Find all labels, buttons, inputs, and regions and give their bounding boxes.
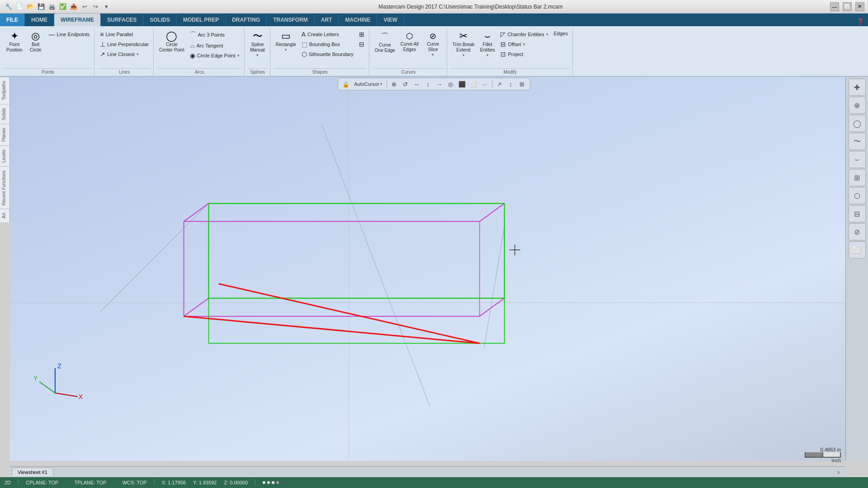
tab-file[interactable]: FILE xyxy=(0,14,25,26)
maximize-btn[interactable]: ⬜ xyxy=(843,2,852,11)
viewport[interactable]: Z Y X xyxy=(10,77,845,461)
sb-cplane[interactable]: CPLANE: TOP xyxy=(26,480,58,485)
point-position-btn[interactable]: ✦ PointPosition xyxy=(5,30,24,54)
line-parallel-btn[interactable]: ≡ Line Parallel xyxy=(98,30,151,39)
minimize-btn[interactable]: — xyxy=(830,2,839,11)
rp-fillet-btn[interactable]: ⌣ xyxy=(849,151,866,168)
tab-machine[interactable]: MACHINE xyxy=(339,14,377,26)
ribbon-group-shapes: ▭ Rectangle ▾ A Create Letters ⬚ Boundin… xyxy=(271,28,369,76)
tab-solids[interactable]: SOLIDS xyxy=(143,14,177,26)
art-tab[interactable]: Art xyxy=(0,209,9,222)
new-btn[interactable]: 📄 xyxy=(14,2,24,12)
curve-one-edge-btn[interactable]: ⌒ CurveOne Edge xyxy=(373,30,397,55)
mirror-v-btn[interactable]: ↕ xyxy=(423,79,433,89)
fillet-entities-btn[interactable]: ⌣ FilletEntities ▾ xyxy=(478,30,497,59)
curve-slice-btn[interactable]: ⊘ CurveSlice ▾ xyxy=(422,30,444,58)
curve-all-edges-btn[interactable]: ⬡ Curve AllEdges xyxy=(399,30,420,54)
select-btn[interactable]: ↗ xyxy=(495,79,505,89)
snap-btn[interactable]: ⊕ xyxy=(389,79,399,89)
resize-btn[interactable]: ↕ xyxy=(506,79,516,89)
more-btn[interactable]: ▾ xyxy=(101,2,111,12)
close-btn[interactable]: ✕ xyxy=(855,2,864,11)
frame-btn[interactable]: ⬜ xyxy=(468,79,478,89)
rotate-btn[interactable]: ↺ xyxy=(401,79,410,89)
toolpaths-tab[interactable]: Toolpaths xyxy=(0,77,9,104)
circle-center-point-btn[interactable]: ◯ CircleCenter Point xyxy=(157,30,186,54)
tab-drafting[interactable]: DRAFTING xyxy=(226,14,267,26)
sb-tplane[interactable]: TPLANE: TOP xyxy=(74,480,106,485)
bounding-box-btn[interactable]: ⬚ Bounding Box xyxy=(300,40,355,49)
trim-break-extend-btn[interactable]: ✂ Trim BreakExtend ▾ xyxy=(451,30,476,59)
solids-tab[interactable]: Solids xyxy=(0,104,9,124)
circle-edge-point-btn[interactable]: ◉ Circle Edge Point ▾ xyxy=(188,51,241,60)
verify-btn[interactable]: ✅ xyxy=(58,2,68,12)
rp-hex-btn[interactable]: ⬡ xyxy=(849,187,866,204)
rp-offset-btn[interactable]: ⊟ xyxy=(849,205,866,222)
rp-wave-btn[interactable]: 〜 xyxy=(849,133,866,150)
target-btn[interactable]: ◎ xyxy=(446,79,456,89)
curve-slice-icon: ⊘ xyxy=(429,31,436,41)
create-letters-btn[interactable]: A Create Letters xyxy=(300,30,355,39)
sb-wcs[interactable]: WCS: TOP xyxy=(123,480,147,485)
rp-add-btn[interactable]: ✚ xyxy=(849,79,866,96)
open-btn[interactable]: 📂 xyxy=(25,2,35,12)
line-perpendicular-btn[interactable]: ⊥ Line Perpendicular xyxy=(98,40,151,49)
chamfer-entities-btn[interactable]: ◸ Chamfer Entities ▾ xyxy=(499,30,550,39)
tab-scroll-btn[interactable]: › xyxy=(834,467,844,477)
save-btn[interactable]: 💾 xyxy=(36,2,46,12)
rp-slice-btn[interactable]: ⊘ xyxy=(849,223,866,240)
undo-btn[interactable]: ↩ xyxy=(80,2,90,12)
scale-bar xyxy=(805,452,841,458)
shapes-extra-btn2[interactable]: ⊟ xyxy=(357,40,366,49)
shapes-extra-icon2: ⊟ xyxy=(359,41,364,48)
redo-btn[interactable]: ↪ xyxy=(90,2,100,12)
rp-grid-btn[interactable]: ⊞ xyxy=(849,169,866,186)
tab-transform[interactable]: TRANSFORM xyxy=(267,14,315,26)
shapes-extra-btn1[interactable]: ⊞ xyxy=(357,30,366,39)
recent-functions-tab[interactable]: Recent Functions xyxy=(0,166,9,209)
edges-btn[interactable]: Edges xyxy=(552,30,570,37)
line-perpendicular-icon: ⊥ xyxy=(100,41,105,48)
rectangle-btn[interactable]: ▭ Rectangle ▾ xyxy=(274,30,298,53)
help-btn[interactable]: ❓ xyxy=(855,16,865,26)
3d-scene-svg: Z Y X xyxy=(10,77,845,461)
autocursor-arrow: ▾ xyxy=(380,82,382,86)
planes-tab[interactable]: Planes xyxy=(0,124,9,145)
arc-3points-btn[interactable]: ⌒ Arc 3 Points xyxy=(188,30,241,40)
mirror-h-btn[interactable]: ↔ xyxy=(412,79,422,89)
arc-tangent-btn[interactable]: ⌓ Arc Tangent xyxy=(188,41,241,50)
tab-art[interactable]: ART xyxy=(315,14,339,26)
line-endpoints-icon: — xyxy=(49,31,55,38)
project-btn[interactable]: ⊡ Project xyxy=(499,50,550,59)
spline-arrow: ▾ xyxy=(256,53,259,57)
svg-line-21 xyxy=(184,316,480,343)
tab-home[interactable]: HOME xyxy=(25,14,54,26)
fill-btn[interactable]: ⬛ xyxy=(457,79,467,89)
svg-text:X: X xyxy=(79,393,83,400)
tab-surfaces[interactable]: SURFACES xyxy=(101,14,143,26)
rp-plus-btn[interactable]: ⊕ xyxy=(849,97,866,114)
points-buttons: ✦ PointPosition ◎ BoltCircle — Line Endp… xyxy=(5,29,91,68)
tab-view[interactable]: VIEW xyxy=(377,14,404,26)
lock-btn[interactable]: 🔒 xyxy=(341,79,351,89)
arrow-right-btn[interactable]: → xyxy=(434,79,444,89)
grid-btn[interactable]: ⊞ xyxy=(517,79,527,89)
line-endpoints-btn[interactable]: — Line Endpoints xyxy=(47,30,92,39)
viewsheet-tab[interactable]: Viewsheet #1 xyxy=(12,468,53,476)
splines-label: Splines xyxy=(248,68,267,76)
rp-circle-btn[interactable]: ◯ xyxy=(849,115,866,132)
levels-tab[interactable]: Levels xyxy=(0,145,9,166)
tab-wireframe[interactable]: WIREFRAME xyxy=(54,14,101,26)
autocursor-dropdown[interactable]: AutoCursor ▾ xyxy=(352,80,384,88)
line-closest-btn[interactable]: ↗ Line Closest ▾ xyxy=(98,50,151,59)
offset-btn[interactable]: ⊟ Offset ▾ xyxy=(499,40,550,49)
scale-indicator: 0.4863 in Inch xyxy=(805,447,841,463)
silhouette-boundary-btn[interactable]: ⬡ Silhouette Boundary xyxy=(300,50,355,59)
tab-model-prep[interactable]: MODEL PREP xyxy=(177,14,226,26)
export-btn[interactable]: 📤 xyxy=(69,2,79,12)
more-vt-btn[interactable]: ··· xyxy=(480,79,490,89)
spline-manual-btn[interactable]: 〜 SplineManual ▾ xyxy=(248,30,267,59)
bolt-circle-btn[interactable]: ◎ BoltCircle xyxy=(26,30,45,54)
rp-square-btn[interactable]: ⬜ xyxy=(849,241,866,258)
print-btn[interactable]: 🖨️ xyxy=(47,2,57,12)
